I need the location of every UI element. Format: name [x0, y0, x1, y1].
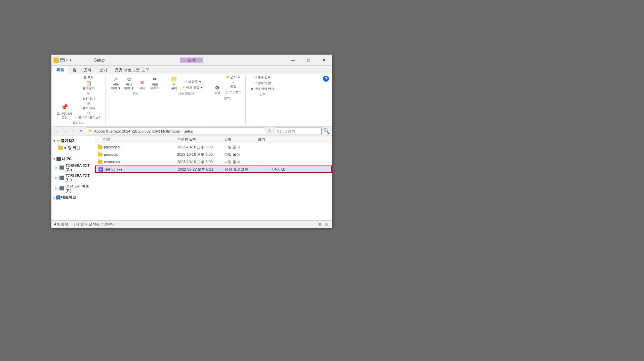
- history-button[interactable]: 🕐 히스토리: [224, 90, 243, 95]
- delete-button[interactable]: ✕ 삭제: [136, 79, 148, 91]
- select-none-label: ☐ 선택 안 함: [254, 81, 271, 85]
- copy-to-button[interactable]: ⧉ 복사위치 ▼: [123, 75, 135, 91]
- new-item-button[interactable]: 📄 새 항목 ▼: [181, 79, 204, 84]
- pin-icon: 📌: [60, 102, 69, 112]
- path-copy-icon: 🔗: [87, 102, 90, 105]
- copy-to-label: 복사위치 ▼: [124, 83, 134, 90]
- toshiba-h-label: TOSHIBA EXT (H:): [66, 174, 92, 182]
- sidebar-item-usb[interactable]: ▷ USB 드라이브 (F:): [51, 183, 95, 194]
- products-label: products: [104, 152, 118, 156]
- drive-g-icon: [59, 166, 64, 170]
- nav-bar: ← → ↑ ▼ 📁 Adobe Illustrator 2024 v28.2.0…: [51, 127, 332, 136]
- ribbon-group-new: 📁 새폴더 📄 새 항목 ▼ ⚡ 빠른 연결 ▼ 새로 만들기: [167, 75, 207, 125]
- shortcut-icon: ⬡: [87, 111, 90, 115]
- nav-path-part1: Adobe Illustrator 2024 v28.2.0.532 (x64)…: [94, 129, 179, 133]
- list-view-button[interactable]: ☰: [324, 222, 329, 227]
- copy-button[interactable]: ⧉ 복사: [75, 75, 103, 80]
- manage-tab[interactable]: 관리: [180, 58, 203, 63]
- select-all-button[interactable]: ☐ 모두 선택: [250, 75, 275, 80]
- col-size-header[interactable]: 크기: [258, 137, 285, 142]
- open-sub: 📂 열기 ▼ ✓ 편집 🕐 히스토리: [224, 75, 243, 96]
- up-button[interactable]: ↑: [70, 128, 76, 135]
- setup-exe-date: 2022-09-22 오후 6:21: [178, 167, 225, 172]
- col-type-header[interactable]: 유형: [224, 137, 258, 142]
- select-items: ☐ 모두 선택 ☐ 선택 안 함 ⇄ 선택 영역 반전: [250, 75, 275, 92]
- tab-share[interactable]: 공유: [80, 67, 95, 74]
- help-button[interactable]: ?: [323, 76, 329, 82]
- pin-button[interactable]: 📌 즐겨찾기에고정: [55, 102, 74, 120]
- properties-label: 속성: [214, 91, 220, 95]
- open-button[interactable]: 📂 열기 ▼: [224, 75, 243, 80]
- packages-type: 파일 폴더: [224, 145, 258, 150]
- copy-icon: ⧉: [84, 75, 86, 80]
- new-sub: 📄 새 항목 ▼ ⚡ 빠른 연결 ▼: [181, 79, 204, 91]
- ribbon-group-open: ⚙ 속성 📂 열기 ▼ ✓ 편집 🕐 히스토리: [210, 75, 246, 125]
- mypc-chevron: ▼: [53, 157, 56, 161]
- tab-file[interactable]: 파일: [53, 66, 68, 74]
- mypc-icon: [56, 157, 61, 161]
- edit-button[interactable]: ✓ 편집: [224, 81, 243, 89]
- new-folder-button[interactable]: 📁 새폴더: [168, 75, 180, 91]
- sidebar-item-toshiba-h[interactable]: ▷ TOSHIBA EXT (H:): [51, 173, 95, 183]
- folder-icon: [53, 58, 59, 63]
- quick-access-button[interactable]: ⚡ 빠른 연결 ▼: [181, 85, 204, 90]
- col-name-header[interactable]: 이름: [96, 137, 177, 142]
- file-row-packages[interactable]: packages 2023-10-10 오후 6:00 파일 폴더: [95, 143, 332, 151]
- copy-label: 복사: [87, 75, 93, 80]
- back-button[interactable]: ←: [53, 128, 60, 135]
- search-button[interactable]: 🔍: [323, 128, 330, 135]
- quick-dropdown-btn[interactable]: ▼: [69, 59, 72, 62]
- resources-folder-icon: [98, 160, 103, 164]
- select-none-button[interactable]: ☐ 선택 안 함: [250, 81, 275, 86]
- select-sub: ☐ 모두 선택 ☐ 선택 안 함 ⇄ 선택 영역 반전: [250, 75, 275, 92]
- invert-select-button[interactable]: ⇄ 선택 영역 반전: [250, 86, 275, 92]
- quick-save-btn[interactable]: 💾: [60, 58, 65, 62]
- col-date-header[interactable]: 수정한 날짜: [177, 137, 224, 142]
- sidebar-mypc-header[interactable]: ▼ 내 PC: [51, 155, 95, 163]
- nav-sep1: ›: [181, 129, 182, 133]
- open-items: ⚙ 속성 📂 열기 ▼ ✓ 편집 🕐 히스토리: [211, 75, 243, 96]
- tab-view[interactable]: 보기: [96, 67, 111, 74]
- search-input[interactable]: [275, 128, 322, 135]
- properties-button[interactable]: ⚙ 속성: [211, 83, 223, 96]
- copy-to-icon: ⧉: [126, 76, 132, 82]
- explorer-window: 💾 ↩ ▼ 관리 Setup — □ ✕ 파일 홈 공유 보기 응용 프로그램 …: [51, 55, 332, 228]
- packages-name: packages: [96, 145, 177, 149]
- path-copy-button[interactable]: 🔗 경로 복사: [75, 102, 103, 111]
- nav-path[interactable]: 📁 Adobe Illustrator 2024 v28.2.0.532 (x6…: [86, 128, 265, 135]
- move-label: 이동위치 ▼: [111, 83, 121, 90]
- file-row-setup-exe[interactable]: ▶ Set-up.exe 2022-09-22 오후 6:21 응용 프로그램 …: [95, 166, 332, 173]
- ribbon: 파일 홈 공유 보기 응용 프로그램 도구 📌 즐겨찾기에고정 ⧉: [51, 66, 332, 127]
- move-to-button[interactable]: ↗ 이동위치 ▼: [110, 75, 122, 91]
- paste-button[interactable]: 📋 붙여넣기: [75, 80, 103, 91]
- title-bar: 💾 ↩ ▼ 관리 Setup — □ ✕: [51, 55, 332, 66]
- select-label: 선택: [259, 92, 266, 97]
- file-row-resources[interactable]: resources 2023-10-10 오후 6:00 파일 폴더: [95, 158, 332, 166]
- packages-date: 2023-10-10 오후 6:00: [177, 145, 224, 150]
- sidebar-network-header[interactable]: ▷ 네트워크: [51, 194, 95, 201]
- products-date: 2023-10-10 오후 6:00: [177, 152, 224, 157]
- sidebar-item-toshiba-g[interactable]: ▷ TOSHIBA EXT (G:): [51, 163, 95, 173]
- forward-button[interactable]: →: [62, 128, 68, 135]
- details-view-button[interactable]: ⊞: [317, 222, 322, 227]
- clipboard-label: 클립보드: [73, 121, 85, 125]
- file-row-products[interactable]: products 2023-10-10 오후 6:00 파일 폴더: [95, 151, 332, 158]
- paste-label: 붙여넣기: [83, 86, 95, 91]
- recent-button[interactable]: ▼: [78, 128, 84, 135]
- refresh-button[interactable]: ↻: [267, 128, 273, 135]
- close-button[interactable]: ✕: [316, 55, 332, 66]
- tab-app-tools[interactable]: 응용 프로그램 도구: [111, 67, 153, 74]
- quick-undo-btn[interactable]: ↩: [66, 58, 68, 62]
- move-icon: ↗: [113, 76, 119, 82]
- sidebar-item-desktop[interactable]: 바탕 화면: [51, 144, 95, 151]
- minimize-button[interactable]: —: [285, 55, 301, 66]
- sidebar-favorites-header[interactable]: ▼ ★ 즐겨찾기: [51, 137, 95, 144]
- nav-folder-icon: 📁: [88, 129, 93, 133]
- rename-button[interactable]: ✏ 이름바꾸기: [149, 75, 161, 91]
- tab-home[interactable]: 홈: [69, 67, 80, 74]
- cut-button[interactable]: ✂ 잘라내기: [75, 91, 103, 101]
- maximize-button[interactable]: □: [301, 55, 316, 66]
- selected-info: 1개 항목 선택됨 7.28MB: [74, 222, 114, 227]
- shortcut-paste-button[interactable]: ⬡ 바로 가기 붙여넣기: [75, 111, 103, 120]
- quick-access-label: ⚡ 빠른 연결 ▼: [182, 85, 203, 90]
